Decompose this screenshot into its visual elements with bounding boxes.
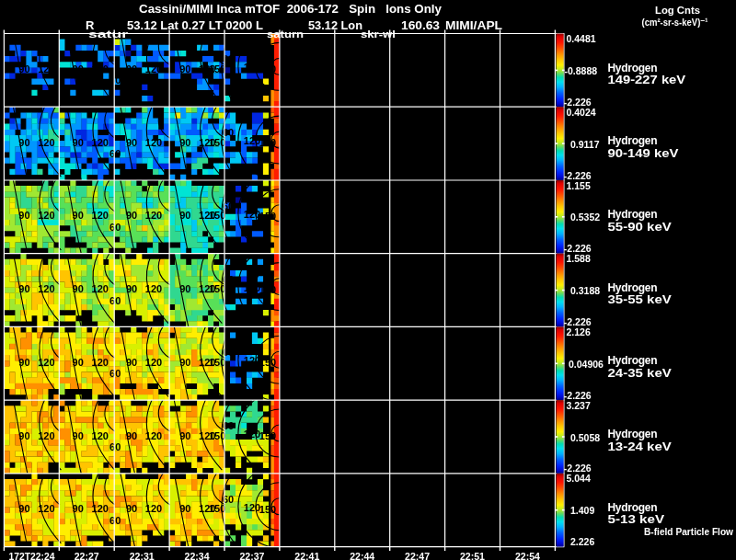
svg-text:2.126: 2.126	[567, 326, 591, 337]
svg-text:120: 120	[38, 430, 54, 441]
svg-text:60: 60	[109, 74, 121, 86]
svg-text:120: 120	[92, 63, 109, 74]
svg-text:60: 60	[109, 515, 121, 526]
svg-text:Hydrogen: Hydrogen	[608, 208, 658, 221]
svg-text:B-field Particle Flow: B-field Particle Flow	[644, 526, 733, 537]
svg-text:150: 150	[259, 211, 276, 222]
svg-text:90: 90	[73, 430, 84, 441]
svg-text:MIMI/APL: MIMI/APL	[445, 18, 502, 32]
svg-text:120: 120	[38, 283, 54, 294]
svg-text:120: 120	[92, 137, 109, 148]
svg-text:Hydrogen: Hydrogen	[608, 62, 658, 74]
svg-text:90: 90	[18, 63, 29, 74]
svg-text:90: 90	[179, 137, 190, 148]
svg-text:1.588: 1.588	[567, 253, 591, 264]
svg-text:55-90 keV: 55-90 keV	[608, 221, 672, 234]
svg-text:90: 90	[18, 210, 29, 221]
svg-text:Hydrogen: Hydrogen	[608, 281, 658, 294]
svg-text:120: 120	[38, 503, 54, 514]
svg-text:90: 90	[126, 137, 137, 148]
svg-text:120: 120	[145, 137, 162, 148]
svg-text:90: 90	[179, 283, 190, 294]
svg-text:90: 90	[179, 503, 190, 514]
svg-text:120: 120	[38, 137, 54, 148]
svg-text:13-24 keV: 13-24 keV	[608, 440, 672, 453]
svg-text:150: 150	[209, 283, 225, 294]
svg-text:120: 120	[145, 503, 162, 514]
svg-text:120: 120	[244, 62, 260, 73]
svg-text:1.155: 1.155	[567, 180, 591, 191]
svg-text:0.3188: 0.3188	[570, 285, 600, 296]
svg-text:53.12 Lat 0.27 LT 0200 L: 53.12 Lat 0.27 LT 0200 L	[127, 18, 263, 32]
svg-text:150: 150	[209, 63, 225, 74]
svg-text:0.5352: 0.5352	[570, 211, 600, 223]
svg-text:2.226: 2.226	[570, 536, 594, 547]
svg-text:22:27: 22:27	[75, 551, 99, 560]
svg-text:60: 60	[109, 148, 121, 159]
svg-text:90: 90	[179, 430, 190, 441]
svg-text:1.409: 1.409	[570, 505, 594, 516]
svg-text:90: 90	[73, 283, 84, 294]
svg-text:150: 150	[209, 503, 225, 514]
svg-text:150: 150	[259, 504, 276, 515]
svg-text:120: 120	[244, 355, 260, 366]
svg-text:skr-wl: skr-wl	[361, 29, 396, 40]
svg-text:120: 120	[145, 283, 162, 294]
svg-text:90: 90	[126, 357, 137, 368]
svg-text:90: 90	[179, 357, 190, 368]
svg-text:90-149 keV: 90-149 keV	[608, 147, 679, 160]
svg-text:150: 150	[259, 137, 276, 148]
svg-text:90: 90	[18, 430, 29, 441]
svg-text:saturn: saturn	[267, 29, 304, 40]
svg-text:90: 90	[73, 503, 84, 514]
svg-text:150: 150	[259, 430, 276, 441]
svg-text:150: 150	[259, 284, 276, 295]
svg-text:90: 90	[18, 357, 29, 368]
svg-text:172T22:24: 172T22:24	[8, 551, 55, 560]
svg-text:0.4481: 0.4481	[567, 33, 596, 44]
svg-text:120: 120	[244, 135, 260, 146]
svg-text:60: 60	[109, 295, 121, 306]
svg-text:120: 120	[244, 282, 260, 293]
svg-text:120: 120	[244, 429, 260, 440]
svg-text:Hydrogen: Hydrogen	[608, 354, 658, 367]
svg-text:Hydrogen: Hydrogen	[608, 501, 658, 514]
svg-text:24-35 keV: 24-35 keV	[608, 367, 672, 380]
svg-text:90: 90	[126, 430, 137, 441]
svg-text:22:44: 22:44	[350, 551, 375, 560]
svg-text:90: 90	[73, 137, 84, 148]
svg-text:150: 150	[209, 137, 225, 148]
svg-text:90: 90	[73, 357, 84, 368]
svg-text:0.4024: 0.4024	[567, 107, 596, 118]
svg-text:satur: satur	[88, 29, 129, 40]
svg-text:120: 120	[38, 210, 54, 221]
svg-text:Log Cnts: Log Cnts	[655, 5, 700, 16]
svg-text:90: 90	[126, 283, 137, 294]
svg-text:-0.8888: -0.8888	[565, 65, 598, 76]
svg-text:Hydrogen: Hydrogen	[608, 428, 658, 440]
svg-text:120: 120	[244, 502, 260, 513]
svg-text:149-227 keV: 149-227 keV	[608, 74, 686, 86]
svg-text:150: 150	[259, 63, 276, 74]
svg-text:90: 90	[73, 210, 84, 221]
svg-text:90: 90	[126, 63, 137, 74]
svg-text:90: 90	[18, 283, 29, 294]
svg-text:0.04906: 0.04906	[569, 359, 604, 370]
svg-text:90: 90	[179, 63, 190, 74]
svg-text:120: 120	[38, 63, 54, 74]
svg-text:53.12 Lon: 53.12 Lon	[308, 18, 362, 32]
svg-text:90: 90	[179, 210, 190, 221]
svg-text:90: 90	[18, 503, 29, 514]
svg-text:120: 120	[38, 357, 54, 368]
svg-text:35-55 keV: 35-55 keV	[608, 293, 672, 306]
svg-text:90: 90	[18, 137, 29, 148]
svg-text:150: 150	[259, 357, 276, 368]
svg-text:90: 90	[126, 503, 137, 514]
svg-text:60: 60	[109, 441, 121, 452]
svg-text:120: 120	[92, 283, 109, 294]
svg-text:120: 120	[92, 357, 109, 368]
svg-text:Cassini/MIMI Inca mTOF 2006-1: Cassini/MIMI Inca mTOF 2006-172 Spin Ion…	[139, 2, 442, 16]
svg-text:22:54: 22:54	[515, 551, 541, 560]
svg-text:22:51: 22:51	[460, 551, 486, 560]
svg-text:150: 150	[209, 357, 225, 368]
